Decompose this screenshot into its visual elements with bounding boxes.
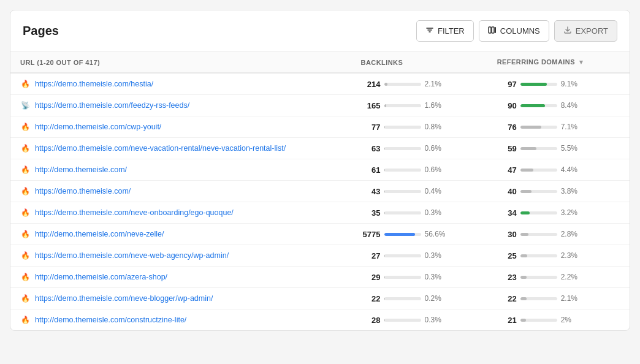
backlinks-number: 165 bbox=[361, 101, 381, 110]
favicon: 🔥 bbox=[20, 165, 30, 175]
backlinks-bar-fill bbox=[384, 319, 385, 322]
export-label: EXPORT bbox=[576, 26, 608, 36]
refdomains-column-header[interactable]: REFERRING DOMAINS ▾ bbox=[487, 52, 630, 73]
url-link[interactable]: https://demo.themeisle.com/hestia/ bbox=[35, 80, 153, 88]
backlinks-pct: 0.2% bbox=[425, 294, 443, 303]
url-link[interactable]: http://demo.themeisle.com/ bbox=[35, 165, 127, 174]
backlinks-cell: 28 0.3% bbox=[351, 309, 487, 331]
backlinks-bar-container bbox=[384, 83, 421, 86]
export-icon bbox=[563, 26, 572, 36]
backlinks-bar-container bbox=[384, 211, 421, 214]
backlinks-number: 28 bbox=[361, 316, 381, 325]
table-row: 🔥 http://demo.themeisle.com/neve-zelle/ … bbox=[10, 224, 630, 245]
url-link[interactable]: http://demo.themeisle.com/constructzine-… bbox=[35, 316, 186, 324]
refdomains-cell: 21 2% bbox=[487, 309, 630, 331]
filter-button[interactable]: FILTER bbox=[416, 20, 474, 42]
backlinks-bar-fill bbox=[384, 147, 385, 150]
refdomains-number: 25 bbox=[497, 251, 517, 260]
url-link[interactable]: https://demo.themeisle.com/ bbox=[35, 187, 131, 195]
filter-icon bbox=[425, 26, 434, 36]
refdomains-pct: 2.3% bbox=[561, 251, 579, 260]
backlinks-number: 5775 bbox=[361, 230, 381, 239]
refdomains-bar-container bbox=[520, 254, 557, 257]
table-row: 🔥 https://demo.themeisle.com/neve-web-ag… bbox=[10, 245, 630, 267]
refdomains-number: 21 bbox=[497, 316, 517, 325]
backlinks-cell: 63 0.6% bbox=[351, 138, 487, 159]
columns-button[interactable]: COLUMNS bbox=[479, 20, 549, 42]
toolbar: FILTER COLUMNS bbox=[416, 20, 617, 42]
url-link[interactable]: http://demo.themeisle.com/cwp-youit/ bbox=[35, 123, 161, 131]
backlinks-cell: 22 0.2% bbox=[351, 288, 487, 309]
url-link[interactable]: https://demo.themeisle.com/feedzy-rss-fe… bbox=[35, 101, 189, 110]
backlinks-column-header[interactable]: BACKLINKS bbox=[351, 52, 487, 73]
backlinks-number: 63 bbox=[361, 144, 381, 153]
url-cell: 🔥 http://demo.themeisle.com/azera-shop/ bbox=[10, 267, 351, 288]
url-link[interactable]: https://demo.themeisle.com/neve-vacation… bbox=[35, 144, 286, 153]
backlinks-pct: 1.6% bbox=[425, 101, 443, 110]
refdomains-number: 22 bbox=[497, 294, 517, 303]
favicon: 🔥 bbox=[20, 208, 30, 218]
url-link[interactable]: https://demo.themeisle.com/neve-web-agen… bbox=[35, 251, 229, 260]
refdomains-cell: 25 2.3% bbox=[487, 245, 630, 267]
favicon: 🔥 bbox=[20, 251, 30, 260]
backlinks-number: 22 bbox=[361, 294, 381, 303]
svg-rect-5 bbox=[495, 27, 496, 33]
backlinks-cell: 5775 56.6% bbox=[351, 224, 487, 245]
refdomains-bar-fill bbox=[520, 126, 541, 129]
url-column-header[interactable]: URL (1-20 OUT OF 417) bbox=[10, 52, 351, 73]
backlinks-cell: 61 0.6% bbox=[351, 159, 487, 181]
backlinks-pct: 0.6% bbox=[425, 144, 443, 153]
data-table: URL (1-20 OUT OF 417) BACKLINKS REFERRIN… bbox=[10, 52, 630, 330]
backlinks-number: 35 bbox=[361, 208, 381, 218]
backlinks-bar-container bbox=[384, 276, 421, 279]
pages-panel: Pages FILTER bbox=[10, 10, 630, 331]
url-cell: 🔥 https://demo.themeisle.com/neve-web-ag… bbox=[10, 245, 351, 267]
export-button[interactable]: EXPORT bbox=[554, 20, 617, 42]
backlinks-bar-fill bbox=[384, 211, 385, 214]
backlinks-bar-fill bbox=[384, 190, 385, 193]
refdomains-number: 47 bbox=[497, 165, 517, 175]
url-link[interactable]: http://demo.themeisle.com/neve-zelle/ bbox=[35, 230, 164, 238]
backlinks-number: 77 bbox=[361, 123, 381, 132]
backlinks-pct: 2.1% bbox=[425, 80, 443, 88]
refdomains-bar-fill bbox=[520, 254, 527, 257]
favicon: 🔥 bbox=[20, 122, 30, 132]
backlinks-bar-container bbox=[384, 297, 421, 300]
refdomains-bar-fill bbox=[520, 190, 531, 193]
refdomains-number: 59 bbox=[497, 144, 517, 153]
refdomains-bar-fill bbox=[520, 233, 528, 236]
url-cell: 🔥 https://demo.themeisle.com/hestia/ bbox=[10, 73, 351, 95]
url-cell: 🔥 http://demo.themeisle.com/neve-zelle/ bbox=[10, 224, 351, 245]
refdomains-bar-container bbox=[520, 83, 557, 86]
refdomains-pct: 7.1% bbox=[561, 123, 579, 131]
svg-rect-4 bbox=[492, 27, 494, 33]
sort-icon: ▾ bbox=[579, 58, 583, 66]
backlinks-bar-fill bbox=[384, 104, 387, 107]
favicon: 🔥 bbox=[20, 143, 30, 153]
refdomains-pct: 4.4% bbox=[561, 165, 579, 174]
favicon: 🔥 bbox=[20, 294, 30, 303]
backlinks-number: 214 bbox=[361, 80, 381, 89]
refdomains-cell: 97 9.1% bbox=[487, 73, 630, 95]
refdomains-cell: 30 2.8% bbox=[487, 224, 630, 245]
url-link[interactable]: https://demo.themeisle.com/neve-blogger/… bbox=[35, 294, 213, 303]
url-cell: 🔥 http://demo.themeisle.com/constructzin… bbox=[10, 309, 351, 331]
backlinks-pct: 0.4% bbox=[425, 187, 443, 195]
refdomains-number: 40 bbox=[497, 187, 517, 196]
url-link[interactable]: https://demo.themeisle.com/neve-onboardi… bbox=[35, 208, 234, 217]
table-row: 🔥 https://demo.themeisle.com/neve-onboar… bbox=[10, 202, 630, 224]
refdomains-pct: 9.1% bbox=[561, 80, 579, 88]
table-row: 📡 https://demo.themeisle.com/feedzy-rss-… bbox=[10, 95, 630, 116]
favicon: 🔥 bbox=[20, 315, 30, 325]
backlinks-pct: 0.3% bbox=[425, 208, 443, 217]
table-row: 🔥 http://demo.themeisle.com/azera-shop/ … bbox=[10, 267, 630, 288]
url-link[interactable]: http://demo.themeisle.com/azera-shop/ bbox=[35, 273, 167, 281]
refdomains-cell: 90 8.4% bbox=[487, 95, 630, 116]
url-cell: 📡 https://demo.themeisle.com/feedzy-rss-… bbox=[10, 95, 351, 116]
backlinks-bar-container bbox=[384, 319, 421, 322]
refdomains-cell: 22 2.1% bbox=[487, 288, 630, 309]
backlinks-bar-fill bbox=[384, 254, 385, 257]
refdomains-bar-container bbox=[520, 276, 557, 279]
url-cell: 🔥 https://demo.themeisle.com/neve-onboar… bbox=[10, 202, 351, 224]
refdomains-bar-container bbox=[520, 190, 557, 193]
